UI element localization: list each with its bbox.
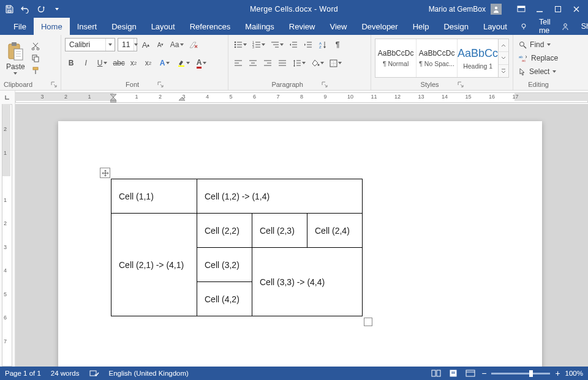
table-cell[interactable]: Cell (2,1) -> (4,1) (111, 214, 197, 316)
tab-table-design[interactable]: Design (436, 18, 475, 35)
right-indent-marker-icon[interactable] (179, 97, 185, 102)
page-indicator[interactable]: Page 1 of 1 (5, 370, 41, 377)
show-marks-icon[interactable]: ¶ (331, 39, 344, 51)
cut-icon[interactable] (30, 41, 41, 51)
paste-button[interactable]: Paste (4, 42, 28, 75)
font-size-combo[interactable]: 11 (118, 38, 137, 51)
bullets-icon[interactable] (232, 39, 248, 51)
zoom-level[interactable]: 100% (565, 370, 583, 377)
tab-references[interactable]: References (183, 18, 238, 35)
styles-dialog-icon[interactable] (458, 81, 464, 88)
maximize-icon[interactable] (549, 3, 567, 15)
share-icon[interactable] (557, 22, 575, 31)
table-resize-handle-icon[interactable] (364, 318, 372, 326)
table-move-handle-icon[interactable] (100, 168, 110, 178)
table-cell[interactable]: Cell (4,2) (197, 282, 252, 316)
align-center-icon[interactable] (247, 57, 259, 69)
zoom-out-icon[interactable]: − (481, 368, 486, 378)
style-heading-1[interactable]: AaBbCc Heading 1 (458, 39, 498, 77)
avatar-icon[interactable] (491, 4, 502, 15)
tab-insert[interactable]: Insert (70, 18, 105, 35)
share-button[interactable]: Share (575, 22, 588, 31)
undo-icon[interactable] (19, 3, 31, 15)
clear-formatting-icon[interactable] (187, 39, 200, 51)
superscript-icon[interactable]: x2 (142, 57, 154, 69)
clipboard-dialog-icon[interactable] (51, 81, 57, 88)
more-icon[interactable] (499, 65, 508, 77)
change-case-icon[interactable]: Aa (169, 39, 185, 51)
spellcheck-icon[interactable] (89, 370, 99, 378)
zoom-thumb[interactable] (529, 370, 533, 377)
styles-gallery[interactable]: AaBbCcDc ¶ Normal AaBbCcDc ¶ No Spac... … (375, 39, 499, 78)
font-dialog-icon[interactable] (157, 81, 164, 88)
tell-me[interactable]: Tell me (533, 18, 557, 35)
word-count[interactable]: 24 words (51, 370, 80, 377)
tab-review[interactable]: Review (282, 18, 323, 35)
numbering-icon[interactable]: 123 (251, 39, 266, 51)
tab-file[interactable]: File (6, 18, 34, 35)
table-cell[interactable]: Cell (2,4) (307, 214, 363, 248)
tell-me-icon[interactable] (514, 22, 533, 31)
underline-icon[interactable]: U (94, 57, 110, 69)
zoom-slider[interactable] (491, 373, 550, 374)
web-layout-icon[interactable] (464, 368, 477, 378)
align-left-icon[interactable] (232, 57, 244, 69)
chevron-down-icon[interactable] (499, 52, 508, 65)
style-normal[interactable]: AaBbCcDc ¶ Normal (375, 39, 417, 77)
copy-icon[interactable] (30, 53, 41, 63)
language-indicator[interactable]: English (United Kingdom) (109, 370, 189, 377)
chevron-up-icon[interactable] (499, 39, 508, 52)
select-button[interactable]: Select (517, 65, 560, 78)
style-no-spacing[interactable]: AaBbCcDc ¶ No Spac... (417, 39, 458, 77)
align-right-icon[interactable] (262, 57, 274, 69)
decrease-indent-icon[interactable] (287, 39, 300, 51)
tab-home[interactable]: Home (34, 18, 70, 35)
borders-icon[interactable] (328, 57, 344, 69)
tab-developer[interactable]: Developer (354, 18, 405, 35)
qat-customize-icon[interactable] (51, 3, 63, 15)
table-cell[interactable]: Cell (2,2) (197, 214, 252, 248)
indent-marker-icon[interactable] (110, 92, 116, 103)
replace-button[interactable]: abac Replace (517, 52, 560, 64)
tab-table-layout[interactable]: Layout (476, 18, 514, 35)
bold-icon[interactable]: B (65, 57, 77, 69)
subscript-icon[interactable]: x2 (127, 57, 140, 69)
close-icon[interactable] (568, 3, 585, 15)
minimize-icon[interactable] (531, 3, 548, 15)
tab-design[interactable]: Design (104, 18, 143, 35)
user-name[interactable]: Mario at GemBox (429, 5, 486, 13)
highlight-icon[interactable] (175, 57, 191, 69)
table-cell[interactable]: Cell (1,1) (111, 179, 197, 214)
zoom-in-icon[interactable]: + (555, 368, 560, 378)
shading-icon[interactable] (309, 57, 325, 69)
table-cell[interactable]: Cell (3,3) -> (4,4) (252, 248, 363, 316)
redo-icon[interactable] (35, 3, 47, 15)
multilevel-list-icon[interactable] (269, 39, 285, 51)
grow-font-icon[interactable]: A▴ (140, 39, 152, 51)
find-button[interactable]: Find (517, 39, 560, 51)
horizontal-ruler[interactable]: 3211234567891011121314151617 (15, 91, 588, 104)
table-cell[interactable]: Cell (1,2) -> (1,4) (197, 179, 363, 214)
font-color-icon[interactable]: A (194, 57, 209, 69)
sort-icon[interactable]: AZ (317, 39, 329, 51)
increase-indent-icon[interactable] (302, 39, 314, 51)
format-painter-icon[interactable] (30, 65, 41, 75)
tab-layout[interactable]: Layout (144, 18, 183, 35)
line-spacing-icon[interactable] (291, 57, 307, 69)
save-icon[interactable] (3, 3, 15, 15)
tab-mailings[interactable]: Mailings (238, 18, 282, 35)
justify-icon[interactable] (276, 57, 288, 69)
print-layout-icon[interactable] (447, 368, 459, 378)
document-table[interactable]: Cell (1,1)Cell (1,2) -> (1,4)Cell (2,1) … (111, 179, 363, 316)
ribbon-display-icon[interactable] (513, 3, 530, 15)
strikethrough-icon[interactable]: abc (113, 57, 125, 69)
document-area[interactable]: Cell (1,1)Cell (1,2) -> (1,4)Cell (2,1) … (15, 104, 588, 367)
table-cell[interactable]: Cell (2,3) (252, 214, 307, 248)
vertical-ruler[interactable]: 211234567 (0, 104, 15, 367)
read-mode-icon[interactable] (430, 368, 442, 378)
tab-selector[interactable] (0, 91, 15, 104)
text-effects-icon[interactable]: A (157, 57, 173, 69)
shrink-font-icon[interactable]: A▾ (154, 39, 167, 51)
tab-help[interactable]: Help (405, 18, 437, 35)
font-name-combo[interactable]: Calibri (65, 38, 115, 51)
